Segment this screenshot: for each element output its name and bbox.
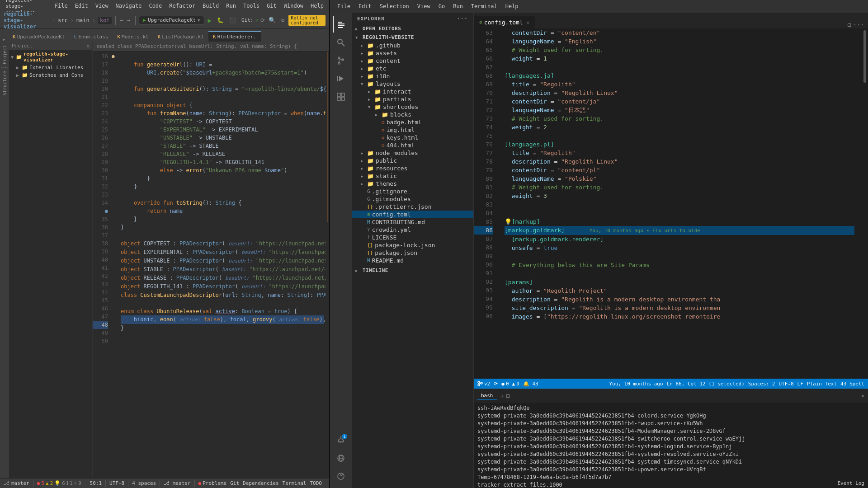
tree-item-badge-html[interactable]: ◇ badge.html	[352, 118, 473, 126]
tree-item-config-toml[interactable]: ⚙ config.toml	[352, 211, 473, 218]
terminal-tab-active[interactable]: bash	[477, 392, 497, 400]
tree-item-shortcodes[interactable]: ▼ 📁 shortcodes	[352, 103, 473, 111]
menu-tools[interactable]: Tools	[240, 2, 263, 10]
structure-icon[interactable]: Structure	[2, 69, 7, 97]
kotlin-not-configured[interactable]: Kotlin not configured	[288, 15, 326, 26]
tree-item-public[interactable]: ▶ 📁 public	[352, 157, 473, 164]
tree-item-static[interactable]: ▶ 📁 static	[352, 172, 473, 180]
kotlin-label[interactable]: kot	[98, 17, 112, 24]
info-count[interactable]: 1	[70, 480, 73, 486]
menu-navigate[interactable]: Navigate	[112, 2, 146, 10]
tree-item-scratches[interactable]: ▶ 📁 Scratches and Cons	[9, 71, 92, 79]
root-folder-section[interactable]: ▼ REGOLITH-WEBSITE	[352, 33, 473, 42]
terminal-tab[interactable]: Terminal	[283, 480, 307, 486]
menu-git[interactable]: Git	[263, 2, 280, 10]
todo-tab[interactable]: TODO	[310, 480, 322, 486]
tree-item-package-json[interactable]: {} package.json	[352, 249, 473, 257]
menu-help[interactable]: Help	[307, 2, 327, 10]
tree-item-etc[interactable]: ▶ 📁 etc	[352, 65, 473, 72]
vscode-menu-view[interactable]: View	[414, 2, 434, 10]
tree-item-img-html[interactable]: ◇ img.html	[352, 126, 473, 134]
tree-item-gitmodules[interactable]: G .gitmodules	[352, 195, 473, 203]
remote-icon[interactable]	[333, 450, 349, 466]
tab-enum-class[interactable]: C Enum.class	[70, 32, 113, 42]
dependencies-tab[interactable]: Dependencies	[243, 480, 278, 486]
line-col-status[interactable]: 50:1	[90, 480, 102, 486]
vscode-info-count[interactable]: 🔔 43	[523, 381, 538, 387]
tree-item-gitignore[interactable]: G .gitignore	[352, 188, 473, 195]
tree-item-crowdin[interactable]: Y crowdin.yml	[352, 226, 473, 234]
git-tab[interactable]: Git	[230, 480, 239, 486]
vscode-menu-run[interactable]: Run	[449, 2, 467, 10]
vscode-git-branch[interactable]: v2	[477, 381, 490, 387]
btn-back[interactable]: ←	[119, 16, 124, 24]
btn-forward[interactable]: →	[126, 16, 132, 24]
vscode-menu-selection[interactable]: Selection	[376, 2, 413, 10]
git-sync-icon[interactable]: ⟳	[260, 17, 265, 23]
explorer-icon[interactable]	[333, 16, 349, 33]
tree-item-contributing[interactable]: M CONTRIBUTING.md	[352, 218, 473, 226]
source-control-icon[interactable]	[333, 52, 349, 69]
tree-item-license[interactable]: ! LICENSE	[352, 234, 473, 241]
explorer-more-icon[interactable]: ···	[457, 15, 468, 22]
vscode-menu-file[interactable]: File	[334, 2, 354, 10]
tree-item-assets[interactable]: ▶ 📁 assets	[352, 49, 473, 57]
tree-item-content[interactable]: ▶ 📁 content	[352, 57, 473, 65]
branch-src[interactable]: src	[58, 17, 68, 23]
warning-count[interactable]: 2	[50, 480, 53, 486]
menu-window[interactable]: Window	[280, 2, 307, 10]
timeline-section[interactable]: ▶ TIMELINE	[352, 266, 473, 275]
settings-btn[interactable]: ⚙	[279, 16, 287, 24]
menu-view[interactable]: View	[92, 2, 112, 10]
tree-item-layouts[interactable]: ▼ 📁 layouts	[352, 80, 473, 88]
menu-build[interactable]: Build	[199, 2, 222, 10]
more-actions-icon[interactable]: ···	[853, 21, 864, 28]
run-config-dropdown[interactable]: ▶ UpgradePackageKt ▼	[139, 16, 204, 24]
vscode-scrollbar[interactable]	[862, 28, 868, 379]
new-terminal-icon[interactable]: +	[500, 392, 504, 399]
tree-item-resources[interactable]: ▶ 📁 resources	[352, 164, 473, 172]
vscode-errors-status[interactable]: ●0 ▲0	[501, 381, 519, 387]
vscode-line-col[interactable]: Ln 86, Col 12 (1 selected)	[667, 381, 745, 387]
vscode-tab-config-toml[interactable]: ⚙ config.toml ✕	[474, 16, 535, 28]
problems-tab[interactable]: ● Problems	[198, 480, 227, 486]
menu-file[interactable]: File	[51, 2, 71, 10]
notifications-icon[interactable]: 1	[333, 432, 349, 448]
debug-button[interactable]: 🐛	[215, 16, 226, 24]
vscode-menu-terminal[interactable]: Terminal	[467, 2, 501, 10]
run-button[interactable]: ▶	[206, 16, 213, 25]
all-issues-count[interactable]: 9	[78, 480, 81, 486]
tree-item-partials[interactable]: ▶ 📁 partials	[352, 95, 473, 103]
tree-item-blocks[interactable]: ▶ 📁 blocks	[352, 111, 473, 118]
vscode-menu-go[interactable]: Go	[435, 2, 448, 10]
tree-item-package-lock[interactable]: {} package-lock.json	[352, 241, 473, 249]
timeline-icon[interactable]	[333, 468, 349, 484]
indent-status[interactable]: 4 spaces	[132, 480, 156, 486]
search-icon[interactable]	[333, 34, 349, 51]
vscode-encoding[interactable]: UTF-8	[778, 381, 793, 387]
encoding-status[interactable]: UTF-8	[109, 480, 124, 486]
git-branch-name[interactable]: master	[11, 480, 29, 486]
vscode-line-ending[interactable]: LF	[797, 381, 803, 387]
vscode-menu-help[interactable]: Help	[502, 2, 522, 10]
tree-item-404[interactable]: ◇ 404.html	[352, 141, 473, 149]
tree-item-root[interactable]: ▼ 📁 regolith-stage-visualizer	[9, 50, 92, 64]
tab-listpackage-kt[interactable]: K ListPackage.kt	[153, 32, 208, 42]
vscode-spaces[interactable]: Spaces: 2	[748, 381, 775, 387]
tree-item-external[interactable]: ▶ 📁 External Libraries	[9, 64, 92, 71]
tree-item-keys-html[interactable]: ◇ keys.html	[352, 134, 473, 141]
tree-item-i18n[interactable]: ▶ 📁 i18n	[352, 72, 473, 80]
branch-status[interactable]: ⎇ master	[164, 480, 190, 486]
config-toml-tab-close[interactable]: ✕	[527, 20, 529, 25]
vscode-sync-icon[interactable]: ⟳	[494, 381, 498, 387]
branch-main[interactable]: main	[76, 17, 90, 23]
open-editors-section[interactable]: ▶ OPEN EDITORS	[352, 24, 473, 33]
tree-item-interact[interactable]: ▶ 📁 interact	[352, 88, 473, 95]
run-debug-icon[interactable]	[333, 70, 349, 87]
search-everywhere-btn[interactable]: 🔍	[267, 16, 278, 24]
event-log-tab[interactable]: Event Log	[837, 480, 864, 486]
tree-item-github[interactable]: ▶ 📁 .github	[352, 42, 473, 49]
hint-count[interactable]: 6	[62, 480, 65, 486]
vscode-language-mode[interactable]: Plain Text	[807, 381, 837, 387]
menu-edit[interactable]: Edit	[71, 2, 92, 10]
